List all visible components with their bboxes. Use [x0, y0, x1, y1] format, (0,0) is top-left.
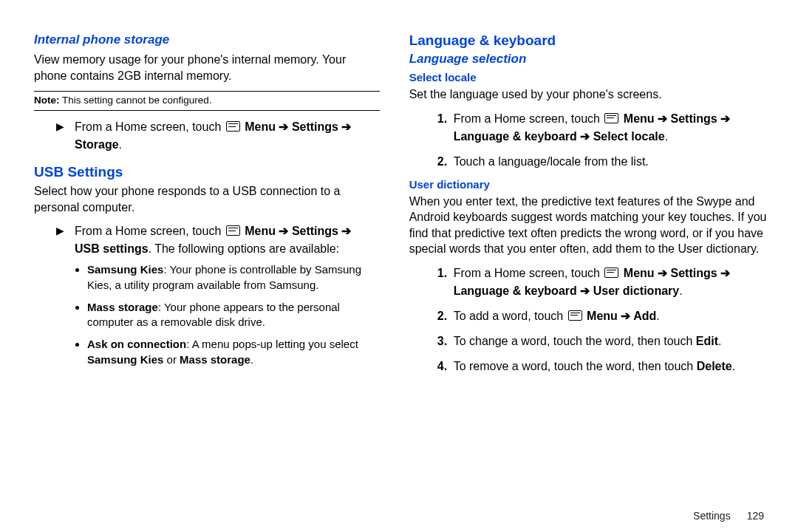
note-label: Note:	[34, 95, 60, 106]
text-fragment: .	[119, 138, 122, 151]
text-fragment: or	[163, 353, 180, 366]
note-line: Note: This setting cannot be configured.	[34, 95, 380, 106]
option-label: Samsung Kies	[87, 263, 163, 276]
menu-icon	[604, 267, 618, 278]
usb-settings-label: USB settings	[75, 242, 149, 255]
list-item: From a Home screen, touch Menu ➔ Setting…	[451, 265, 768, 300]
list-item: To change a word, touch the word, then t…	[451, 332, 768, 350]
text-fragment: .	[665, 130, 668, 143]
heading-usb-settings: USB Settings	[34, 164, 380, 180]
arrow-icon: ➔	[577, 284, 593, 297]
locale-steps: From a Home screen, touch Menu ➔ Setting…	[409, 110, 768, 171]
para-locale: Set the language used by your phone's sc…	[409, 86, 768, 103]
text-fragment: .	[679, 284, 682, 297]
step-usb: ▶ From a Home screen, touch Menu ➔ Setti…	[56, 222, 380, 258]
text-fragment: From a Home screen, touch	[75, 120, 225, 133]
text-fragment: .	[656, 310, 659, 322]
arrow-icon: ➔	[338, 120, 351, 133]
user-dictionary-label: User dictionary	[593, 284, 679, 297]
menu-icon	[226, 225, 240, 236]
para-internal-storage: View memory usage for your phone's inter…	[34, 52, 380, 83]
divider-bottom	[34, 110, 380, 111]
menu-label: Menu	[245, 120, 276, 133]
text-fragment: To change a word, touch the word, then t…	[454, 335, 696, 347]
heading-language-keyboard: Language & keyboard	[409, 33, 768, 49]
heading-language-selection: Language selection	[409, 52, 768, 66]
list-item: Samsung Kies: Your phone is controllable…	[87, 262, 380, 293]
option-label: Mass storage	[87, 301, 158, 313]
storage-label: Storage	[75, 138, 119, 151]
option-label: Ask on connection	[87, 338, 186, 350]
select-locale-label: Select locale	[593, 130, 665, 143]
text-fragment: To remove a word, touch the word, then t…	[454, 360, 697, 372]
arrow-icon: ➔	[276, 225, 292, 237]
note-text: This setting cannot be configured.	[60, 95, 212, 106]
list-item: To remove a word, touch the word, then t…	[451, 358, 768, 375]
page-root: Internal phone storage View memory usage…	[0, 0, 798, 532]
arrow-icon: ➔	[717, 267, 730, 279]
settings-label: Settings	[671, 267, 717, 279]
text-fragment: From a Home screen, touch	[454, 267, 604, 279]
arrow-icon: ➔	[655, 112, 671, 125]
arrow-icon: ➔	[276, 120, 292, 133]
usb-options-list: Samsung Kies: Your phone is controllable…	[34, 262, 380, 367]
step-storage-text: From a Home screen, touch Menu ➔ Setting…	[75, 118, 380, 154]
list-item: To add a word, touch Menu ➔ Add.	[451, 307, 768, 325]
list-item: Mass storage: Your phone appears to the …	[87, 300, 380, 330]
menu-label: Menu	[245, 225, 276, 237]
para-user-dictionary: When you enter text, the predictive text…	[409, 194, 768, 257]
menu-icon	[568, 310, 582, 321]
arrow-icon: ➔	[655, 267, 671, 279]
footer-section: Settings	[693, 510, 731, 522]
delete-label: Delete	[697, 360, 732, 372]
option-label: Samsung Kies	[87, 353, 163, 366]
page-footer: Settings129	[693, 510, 764, 522]
text-fragment: .	[250, 353, 253, 366]
arrow-icon: ➔	[618, 310, 633, 322]
menu-label: Menu	[624, 267, 655, 279]
list-item: Touch a language/locale from the list.	[451, 153, 768, 171]
menu-icon	[604, 113, 618, 123]
edit-label: Edit	[696, 335, 718, 347]
arrow-icon: ➔	[717, 112, 730, 125]
text-fragment: To add a word, touch	[454, 310, 567, 322]
menu-label: Menu	[624, 112, 655, 125]
text-fragment: From a Home screen, touch	[75, 225, 225, 237]
divider-top	[34, 91, 380, 92]
settings-label: Settings	[292, 120, 338, 133]
text-fragment: .	[718, 335, 721, 347]
settings-label: Settings	[671, 112, 717, 125]
list-item: Ask on connection: A menu pops-up lettin…	[87, 337, 380, 367]
settings-label: Settings	[292, 225, 338, 237]
heading-select-locale: Select locale	[409, 71, 768, 83]
text-fragment: : A menu pops-up letting you select	[186, 338, 358, 350]
text-fragment: .	[732, 360, 735, 372]
step-usb-text: From a Home screen, touch Menu ➔ Setting…	[75, 222, 380, 258]
para-usb: Select how your phone responds to a USB …	[34, 183, 380, 215]
arrow-icon: ➔	[338, 225, 351, 237]
option-label: Mass storage	[180, 353, 250, 366]
heading-internal-storage: Internal phone storage	[34, 33, 380, 47]
lk-label: Language & keyboard	[454, 130, 577, 143]
text-fragment: . The following options are available:	[149, 242, 340, 255]
userdict-steps: From a Home screen, touch Menu ➔ Setting…	[409, 265, 768, 375]
lk-label: Language & keyboard	[454, 284, 577, 297]
left-column: Internal phone storage View memory usage…	[34, 33, 380, 532]
footer-page-number: 129	[747, 510, 764, 522]
menu-label: Menu	[587, 310, 618, 322]
right-column: Language & keyboard Language selection S…	[409, 33, 768, 532]
arrow-icon: ➔	[577, 130, 593, 143]
triangle-icon: ▶	[56, 222, 64, 240]
step-storage: ▶ From a Home screen, touch Menu ➔ Setti…	[56, 118, 380, 154]
add-label: Add	[633, 310, 656, 322]
heading-user-dictionary: User dictionary	[409, 178, 768, 191]
menu-icon	[226, 121, 240, 132]
list-item: From a Home screen, touch Menu ➔ Setting…	[451, 110, 768, 146]
text-fragment: From a Home screen, touch	[454, 112, 604, 125]
triangle-icon: ▶	[56, 118, 64, 136]
